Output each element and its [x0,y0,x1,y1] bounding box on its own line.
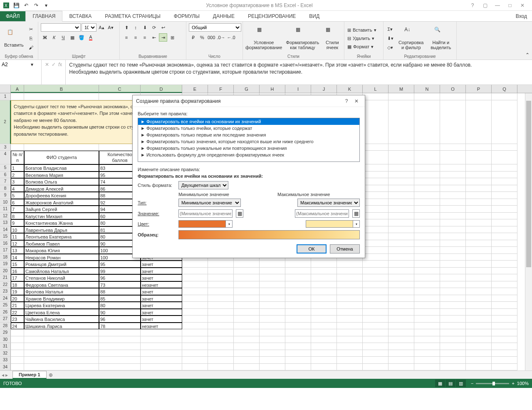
cell[interactable] [466,329,492,336]
cell[interactable] [182,316,208,323]
row-header[interactable]: 11 [0,206,11,213]
cell[interactable] [337,364,363,371]
cell[interactable] [208,295,234,302]
cell[interactable] [285,343,311,350]
data-cell[interactable]: Дорофеева Ксения [24,192,99,199]
minimize-icon[interactable]: — [493,1,502,10]
cell[interactable] [492,302,517,309]
data-cell[interactable]: Леонтьева Екатерина [24,233,99,240]
fill-icon[interactable]: ⬇▾ [386,34,394,42]
cell[interactable] [388,357,414,364]
font-name-select[interactable] [41,23,81,32]
cell[interactable] [414,254,440,261]
cell[interactable] [440,329,466,336]
cell[interactable] [285,316,311,323]
cell[interactable] [182,281,208,288]
cell[interactable] [492,213,517,220]
cell[interactable] [363,268,388,275]
data-cell[interactable]: Федорова Светлана [24,281,99,288]
row-header[interactable]: 18 [0,254,11,261]
excel-icon[interactable]: X [2,1,11,10]
col-header-m[interactable]: M [388,85,414,93]
tab-data[interactable]: ДАННЫЕ [206,11,241,21]
cell[interactable] [208,357,234,364]
cell[interactable] [285,274,311,281]
cell[interactable] [99,336,141,343]
cell[interactable] [363,226,388,234]
cell[interactable] [234,268,260,275]
data-cell[interactable]: зачет [141,295,182,302]
cell[interactable] [388,295,414,302]
cell[interactable] [363,309,388,316]
maximize-icon[interactable]: □ [505,1,515,10]
cell[interactable] [182,302,208,309]
cell[interactable] [440,295,466,302]
cell[interactable] [337,288,363,295]
cell[interactable] [440,178,466,185]
cell[interactable] [208,336,234,343]
zoom-level[interactable]: 100% [517,381,529,386]
cell[interactable] [363,323,388,330]
cell[interactable] [466,364,492,371]
row-header[interactable]: 14 [0,226,11,234]
data-cell[interactable]: 99 [99,268,141,275]
cell[interactable] [388,178,414,185]
cell[interactable] [440,151,466,164]
cell[interactable] [388,226,414,234]
cell[interactable] [311,281,337,288]
vertical-scrollbar[interactable] [525,93,532,370]
tab-review[interactable]: РЕЦЕНЗИРОВАНИЕ [241,11,302,21]
col-header-n[interactable]: N [414,85,440,93]
cell[interactable] [414,364,440,371]
cell[interactable] [440,261,466,268]
orientation-icon[interactable]: ⟳ [150,23,158,32]
sheet-nav[interactable]: ◂ ▸ [2,372,8,378]
cell[interactable] [492,178,517,185]
cell[interactable] [492,233,517,240]
decrease-font-icon[interactable]: A▾ [106,23,115,32]
increase-font-icon[interactable]: A▴ [97,23,106,32]
cell[interactable] [285,329,311,336]
cell[interactable] [234,316,260,323]
rule-item-0[interactable]: ► Форматировать все ячейки на основании … [138,118,359,125]
row-header[interactable]: 27 [0,316,11,323]
cell[interactable] [363,151,388,164]
data-cell[interactable]: зачет [141,302,182,309]
max-value-input[interactable] [295,209,349,218]
cell[interactable] [440,144,466,151]
cell[interactable] [388,281,414,288]
sheet-tab[interactable]: Пример 1 [12,371,47,379]
data-cell[interactable]: 9 [11,219,24,226]
cell[interactable] [234,350,260,357]
cell[interactable] [363,247,388,254]
dialog-close-icon[interactable]: ✕ [351,98,361,104]
cell[interactable] [466,302,492,309]
cell[interactable] [363,329,388,336]
cell[interactable] [466,281,492,288]
cell[interactable] [208,281,234,288]
cell[interactable] [363,240,388,247]
row-header[interactable]: 20 [0,268,11,275]
cell[interactable] [337,343,363,350]
cell[interactable] [234,336,260,343]
paste-button[interactable]: 📋 Вставить [2,28,25,48]
row-header[interactable]: 12 [0,213,11,220]
cell[interactable] [388,100,414,144]
table-header[interactable]: ФИО студента [24,151,99,164]
cell[interactable] [492,323,517,330]
cell[interactable] [363,219,388,226]
cell[interactable] [414,171,440,179]
data-cell[interactable]: 16 [11,268,24,275]
cell[interactable] [492,185,517,192]
cell[interactable] [466,357,492,364]
cell[interactable] [99,343,141,350]
cell[interactable] [414,357,440,364]
max-type-select[interactable]: Максимальное значение [297,199,360,207]
cell[interactable] [492,206,517,213]
cell[interactable] [414,309,440,316]
cell[interactable] [414,213,440,220]
data-cell[interactable]: 73 [99,281,141,288]
cell[interactable] [234,295,260,302]
cell[interactable] [388,309,414,316]
row-header[interactable]: 3 [0,144,11,151]
